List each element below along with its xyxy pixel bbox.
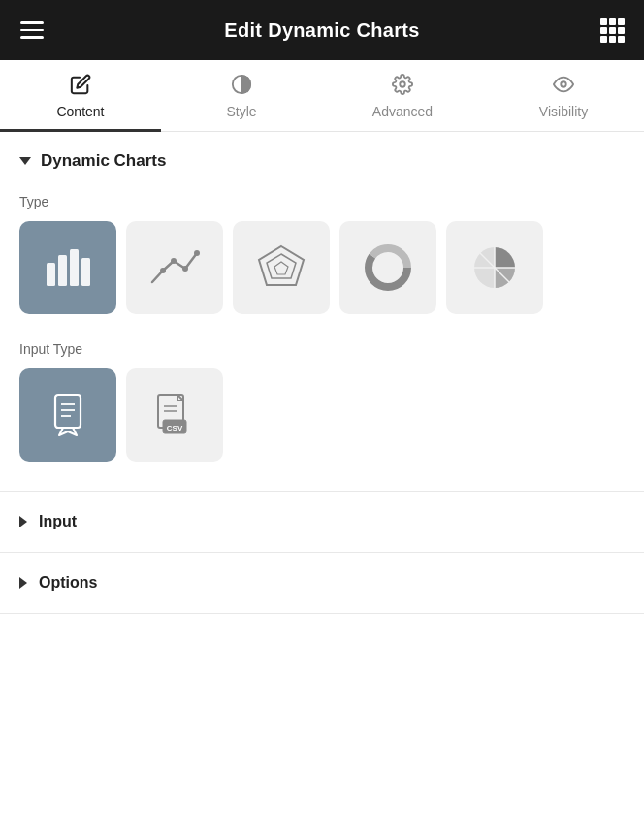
svg-marker-13 bbox=[274, 262, 288, 274]
tab-visibility[interactable]: Visibility bbox=[483, 60, 644, 131]
collapse-icon[interactable] bbox=[19, 157, 31, 165]
tab-content-label: Content bbox=[56, 104, 104, 119]
svg-rect-21 bbox=[55, 395, 80, 428]
tab-bar: Content Style Advanced Visibility bbox=[0, 60, 644, 132]
input-type-grid: CSV bbox=[19, 368, 625, 462]
options-section-title: Options bbox=[39, 574, 97, 591]
app-header: Edit Dynamic Charts bbox=[0, 0, 644, 60]
type-label: Type bbox=[19, 194, 625, 209]
svg-point-16 bbox=[376, 256, 400, 279]
chart-type-line[interactable] bbox=[126, 221, 223, 314]
section-header: Dynamic Charts bbox=[19, 151, 625, 171]
chevron-right-icon bbox=[19, 516, 27, 527]
collapsible-input[interactable]: Input bbox=[0, 492, 644, 553]
input-type-csv[interactable]: CSV bbox=[126, 368, 223, 462]
svg-rect-5 bbox=[70, 249, 79, 286]
input-type-manual[interactable] bbox=[19, 368, 116, 462]
svg-point-1 bbox=[400, 81, 405, 87]
tab-visibility-label: Visibility bbox=[539, 104, 588, 119]
chart-type-polygon[interactable] bbox=[233, 221, 330, 314]
chart-type-donut[interactable] bbox=[339, 221, 436, 314]
svg-text:CSV: CSV bbox=[167, 424, 183, 432]
dynamic-charts-section: Dynamic Charts Type bbox=[0, 132, 644, 491]
gear-icon bbox=[392, 74, 413, 98]
svg-point-9 bbox=[182, 266, 188, 272]
tab-advanced[interactable]: Advanced bbox=[322, 60, 483, 131]
tab-advanced-label: Advanced bbox=[372, 104, 433, 119]
svg-point-10 bbox=[194, 250, 200, 256]
style-icon bbox=[231, 74, 252, 98]
eye-icon bbox=[553, 74, 574, 98]
input-section-title: Input bbox=[39, 513, 77, 530]
svg-point-8 bbox=[171, 258, 177, 264]
menu-button[interactable] bbox=[17, 16, 47, 45]
svg-marker-11 bbox=[259, 246, 304, 285]
svg-rect-6 bbox=[81, 258, 90, 286]
svg-rect-4 bbox=[58, 255, 67, 286]
chart-type-pie[interactable] bbox=[446, 221, 543, 314]
chevron-right-icon-2 bbox=[19, 577, 27, 589]
collapsible-options[interactable]: Options bbox=[0, 553, 644, 614]
page-title: Edit Dynamic Charts bbox=[224, 19, 419, 42]
pencil-icon bbox=[70, 74, 91, 98]
apps-button[interactable] bbox=[597, 16, 627, 45]
chart-type-grid bbox=[19, 221, 625, 314]
svg-point-7 bbox=[160, 268, 166, 273]
section-title: Dynamic Charts bbox=[41, 151, 166, 171]
tab-style[interactable]: Style bbox=[161, 60, 322, 131]
svg-point-2 bbox=[561, 81, 566, 87]
chart-type-bar[interactable] bbox=[19, 221, 116, 314]
tab-content[interactable]: Content bbox=[0, 60, 161, 131]
svg-rect-3 bbox=[47, 263, 55, 286]
main-content: Dynamic Charts Type bbox=[0, 132, 644, 614]
input-type-label: Input Type bbox=[19, 341, 625, 357]
tab-style-label: Style bbox=[226, 104, 256, 119]
